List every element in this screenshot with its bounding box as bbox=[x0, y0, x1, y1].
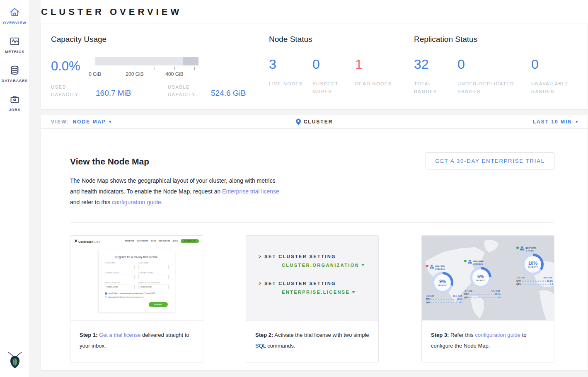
qps-value: 0.0 bbox=[498, 296, 501, 299]
suspect-nodes-label: SUSPECT NODES bbox=[312, 80, 352, 95]
section-divider bbox=[70, 222, 554, 223]
capacity-gauge-tick-labels: 0 GiB 200 GiB 400 GiB bbox=[95, 71, 198, 77]
cpu-sparkline bbox=[431, 299, 455, 300]
capacity-gauge: 0 GiB 200 GiB 400 GiB bbox=[95, 57, 198, 77]
live-nodes-label: LIVE NODES bbox=[269, 80, 308, 88]
nodes-cube-icon bbox=[468, 260, 472, 264]
capacity-donut: 10% CAPACITY bbox=[522, 254, 544, 275]
sql-statement: > SET CLUSTER SETTING bbox=[259, 254, 378, 259]
checkbox-label: I agree to the Software License Agreemen… bbox=[108, 296, 144, 298]
node-map-panel: View the Node Map GET A 30-DAY ENTERPRIS… bbox=[41, 129, 588, 371]
node-map-description: The Node Map shows the geographical layo… bbox=[70, 175, 279, 208]
sql-argument: ENTERPRISE.LICENSE = bbox=[282, 290, 378, 295]
under-replicated-ranges-label: UNDER-REPLICATED RANGES bbox=[457, 80, 526, 95]
sidebar-item-metrics[interactable]: METRICS bbox=[5, 36, 25, 54]
chevron-down-icon: ▾ bbox=[576, 119, 578, 124]
locality-name: geo=ams bbox=[525, 247, 536, 249]
cpu-value: 11.0% bbox=[457, 298, 462, 300]
locality-node-count: 2 Nodes bbox=[473, 263, 484, 265]
sql-argument: CLUSTER.ORGANIZATION = bbox=[282, 263, 378, 268]
cpu-label: CPU bbox=[464, 293, 468, 295]
configuration-guide-link[interactable]: configuration guide bbox=[112, 199, 161, 205]
field-label: LAST NAME bbox=[138, 262, 169, 264]
capacity-gauge-bar bbox=[95, 57, 198, 65]
sql-commands-block: > SET CLUSTER SETTING CLUSTER.ORGANIZATI… bbox=[246, 236, 378, 321]
nav-resources: RESOURCES bbox=[159, 240, 170, 242]
status-dot-green bbox=[516, 247, 519, 249]
view-bar: VIEW: NODE MAP ▾ CLUSTER LAST 10 MIN ▾ bbox=[41, 115, 588, 128]
first-name-input bbox=[105, 265, 135, 269]
step-2-label: Step 2: bbox=[255, 332, 273, 338]
cpu-label: CPU bbox=[426, 298, 430, 300]
configuration-guide-link[interactable]: configuration guide bbox=[475, 332, 520, 338]
cpu-sparkline bbox=[522, 280, 546, 282]
view-dropdown-value: NODE MAP bbox=[73, 119, 106, 125]
description-text: . bbox=[161, 199, 162, 205]
dead-nodes-label: DEAD NODES bbox=[355, 80, 394, 88]
main-content: CLUSTER OVERVIEW Capacity Usage 0.0% 0 G… bbox=[30, 0, 588, 377]
map-pin-icon bbox=[296, 118, 301, 125]
view-dropdown[interactable]: NODE MAP ▾ bbox=[73, 119, 111, 125]
sidebar-item-overview[interactable]: OVERVIEW bbox=[3, 7, 26, 25]
capacity-percent: 6% bbox=[477, 274, 484, 279]
replication-status-section: Replication Status 32 TOTAL RANGES 0 UND… bbox=[414, 35, 588, 109]
sidebar-item-jobs[interactable]: JOBS bbox=[9, 94, 21, 112]
time-range-value: LAST 10 MIN bbox=[533, 119, 572, 125]
qps-sparkline bbox=[522, 284, 549, 285]
capacity-usage-section: Capacity Usage 0.0% 0 GiB 200 GiB 400 Gi… bbox=[51, 35, 269, 109]
nodes-cube-icon bbox=[430, 265, 434, 269]
field-label: FIRST NAME bbox=[105, 262, 135, 264]
node-status-section: Node Status 3 LIVE NODES 0 SUSPECT NODES… bbox=[269, 35, 414, 109]
cpu-value: 53.3% bbox=[547, 280, 553, 282]
registration-site-thumbnail: Cockroach LABS PRODUCT CUSTOMERS DOCS RE… bbox=[70, 236, 203, 321]
locality-name: geo=sfo bbox=[435, 265, 445, 267]
sql-statement: > SET CLUSTER SETTING bbox=[259, 281, 378, 286]
sidebar: OVERVIEW METRICS DATABASES JOBS bbox=[0, 0, 30, 377]
tick-label-400: 400 GiB bbox=[165, 71, 183, 77]
status-dot-green bbox=[464, 260, 467, 262]
trial-registration-form: Register for a 30-day trial license FIRS… bbox=[98, 250, 175, 312]
description-text: and refer to this bbox=[70, 199, 112, 205]
capacity-donut: 6% CAPACITY bbox=[470, 267, 491, 288]
company-email-input bbox=[138, 275, 169, 279]
sidebar-item-databases[interactable]: DATABASES bbox=[2, 65, 28, 83]
cockroach-bug-icon bbox=[7, 350, 23, 369]
total-ranges-stat: 32 TOTAL RANGES bbox=[414, 57, 457, 96]
status-dot-red bbox=[426, 265, 428, 267]
qps-label: QPS bbox=[516, 283, 520, 285]
capacity-label: CAPACITY bbox=[438, 284, 448, 286]
enterprise-trial-license-link[interactable]: Enterprise trial license bbox=[222, 188, 279, 195]
capacity-label: CAPACITY bbox=[528, 266, 538, 268]
enterprise-trial-button[interactable]: GET A 30-DAY ENTERPRISE TRIAL bbox=[426, 152, 554, 169]
cpu-sparkline bbox=[469, 294, 494, 295]
jobs-icon bbox=[9, 94, 20, 105]
cockroach-bug-icon bbox=[74, 239, 77, 243]
used-capacity: 3.6 GiB bbox=[517, 276, 525, 279]
used-capacity-label: USED CAPACITY bbox=[51, 83, 87, 98]
brand-suffix: LABS bbox=[94, 241, 100, 243]
nodes-cube-icon bbox=[520, 247, 524, 251]
field-label: PROJECT PHASE bbox=[105, 282, 135, 284]
form-title: Register for a 30-day trial license bbox=[105, 256, 169, 259]
capacity-donut: 9% CAPACITY bbox=[432, 272, 453, 293]
qps-sparkline bbox=[469, 297, 496, 298]
replication-status-title: Replication Status bbox=[414, 35, 588, 44]
node-status-title: Node Status bbox=[269, 35, 414, 44]
unavailable-ranges-label: UNAVAILABLE RANGES bbox=[531, 80, 571, 95]
get-trial-license-link[interactable]: Get a trial license bbox=[99, 332, 140, 338]
view-label: VIEW: bbox=[51, 119, 69, 125]
usable-capacity-value: 524.6 GiB bbox=[211, 83, 246, 98]
live-nodes-stat: 3 LIVE NODES bbox=[269, 57, 312, 96]
page-header: CLUSTER OVERVIEW bbox=[41, 0, 588, 24]
dead-nodes-stat: 1 DEAD NODES bbox=[355, 57, 399, 96]
locality-node-count: 2 Nodes bbox=[435, 268, 445, 270]
checkbox-label: I would like to receive email updates ab… bbox=[108, 292, 156, 295]
step-3-card: geo=sfo2 Nodes 9% CAPACITY 3.2 GiB35.1 G… bbox=[421, 235, 554, 362]
qps-label: QPS bbox=[426, 301, 430, 304]
unavailable-ranges-value: 0 bbox=[531, 57, 575, 72]
time-range-dropdown[interactable]: LAST 10 MIN ▾ bbox=[533, 119, 578, 125]
step-1-caption: Step 1: Get a trial license delivered st… bbox=[70, 321, 203, 362]
used-capacity: 3.7 GiB bbox=[465, 290, 472, 292]
suspect-nodes-value: 0 bbox=[312, 57, 355, 72]
nav-customers: CUSTOMERS bbox=[137, 240, 148, 242]
